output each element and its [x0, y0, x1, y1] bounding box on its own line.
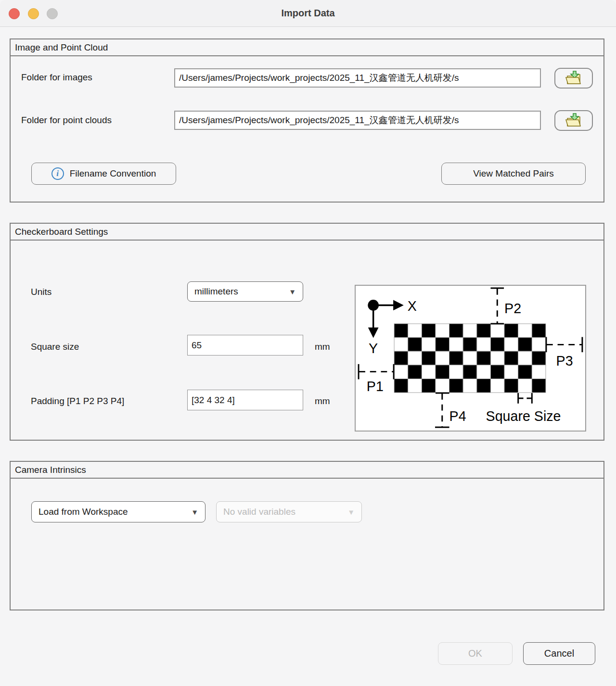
p1-dimension-line	[359, 364, 394, 380]
intrinsics-variable-dropdown: No valid variables ▼	[216, 501, 362, 522]
info-icon: i	[51, 167, 64, 180]
section-camera-intrinsics: Camera Intrinsics Load from Workspace ▼ …	[10, 461, 604, 610]
section-title-camera-intrinsics: Camera Intrinsics	[11, 462, 603, 479]
square-size-bracket	[518, 393, 532, 404]
square-size-input[interactable]	[187, 335, 303, 356]
folder-clouds-label: Folder for point clouds	[21, 115, 112, 126]
square-size-label: Square size	[31, 342, 79, 352]
chevron-down-icon: ▼	[289, 288, 303, 296]
y-axis-arrow-icon	[368, 328, 379, 338]
chevron-down-icon: ▼	[191, 508, 205, 516]
browse-images-folder-button[interactable]	[554, 68, 593, 89]
section-title-checkerboard: Checkerboard Settings	[11, 224, 603, 241]
units-dropdown[interactable]: millimeters ▼	[187, 281, 303, 302]
p4-label: P4	[449, 408, 466, 424]
ok-button: OK	[438, 642, 513, 665]
intrinsics-variable-value: No valid variables	[217, 507, 347, 517]
x-axis-label: X	[408, 298, 417, 314]
folder-clouds-input[interactable]	[174, 111, 541, 130]
checkerboard-cells	[394, 324, 546, 393]
intrinsics-source-dropdown[interactable]: Load from Workspace ▼	[31, 501, 205, 522]
section-checkerboard-settings: Checkerboard Settings Units millimeters …	[10, 223, 604, 441]
section-image-and-point-cloud: Image and Point Cloud Folder for images …	[10, 38, 604, 203]
p4-dimension-line	[435, 393, 449, 427]
square-size-diagram-label: Square Size	[486, 408, 561, 424]
intrinsics-source-value: Load from Workspace	[32, 507, 191, 517]
filename-convention-label: Filename Convention	[70, 168, 156, 179]
p2-label: P2	[504, 301, 521, 316]
units-label: Units	[31, 287, 51, 297]
chevron-down-icon: ▼	[347, 508, 361, 516]
window-title: Import Data	[0, 0, 616, 26]
section-title-image-point-cloud: Image and Point Cloud	[11, 39, 603, 56]
p2-dimension-line	[490, 288, 504, 324]
ok-button-label: OK	[468, 648, 482, 659]
padding-unit-label: mm	[315, 396, 330, 407]
units-dropdown-value: millimeters	[188, 286, 289, 297]
browse-clouds-folder-button[interactable]	[554, 110, 593, 131]
p3-label: P3	[556, 353, 573, 368]
checkerboard-diagram: X Y P2 P3 P1	[355, 285, 586, 432]
x-axis-arrow-icon	[393, 300, 404, 311]
square-size-unit-label: mm	[315, 342, 330, 352]
y-axis-label: Y	[369, 341, 378, 356]
cancel-button[interactable]: Cancel	[523, 642, 595, 665]
folder-images-label: Folder for images	[21, 72, 92, 83]
cancel-button-label: Cancel	[544, 648, 574, 659]
folder-images-input[interactable]	[174, 68, 541, 88]
filename-convention-button[interactable]: i Filename Convention	[31, 163, 176, 185]
open-folder-icon	[564, 70, 583, 86]
padding-label: Padding [P1 P2 P3 P4]	[31, 396, 124, 407]
p3-dimension-line	[546, 337, 582, 353]
p1-label: P1	[367, 379, 384, 394]
padding-input[interactable]	[187, 390, 303, 410]
view-matched-pairs-button[interactable]: View Matched Pairs	[441, 163, 586, 185]
view-matched-pairs-label: View Matched Pairs	[473, 168, 554, 179]
title-bar: Import Data	[0, 0, 616, 27]
open-folder-icon	[564, 113, 583, 128]
